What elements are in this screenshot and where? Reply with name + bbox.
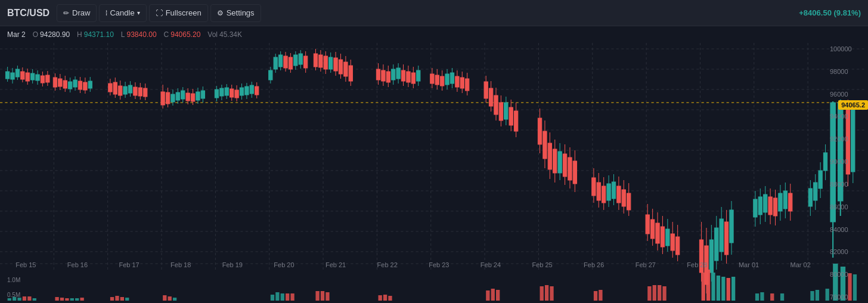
svg-rect-322 bbox=[594, 291, 597, 301]
svg-rect-137 bbox=[329, 57, 333, 69]
svg-rect-223 bbox=[622, 190, 625, 206]
svg-rect-103 bbox=[230, 89, 234, 97]
svg-rect-113 bbox=[255, 86, 259, 95]
svg-rect-306 bbox=[275, 292, 279, 301]
svg-rect-308 bbox=[286, 293, 289, 301]
svg-rect-87 bbox=[181, 91, 185, 99]
svg-rect-101 bbox=[225, 88, 228, 95]
svg-rect-318 bbox=[496, 290, 500, 301]
svg-rect-253 bbox=[730, 210, 733, 243]
svg-rect-169 bbox=[441, 76, 444, 86]
svg-rect-133 bbox=[319, 55, 323, 67]
svg-rect-153 bbox=[392, 69, 395, 80]
toolbar: BTC/USD ✏ Draw 𝄔 Candle ▾ ⛶ Fullscreen ⚙… bbox=[0, 0, 868, 26]
svg-rect-261 bbox=[768, 197, 772, 215]
svg-rect-277 bbox=[823, 153, 827, 171]
svg-rect-193 bbox=[514, 111, 517, 131]
svg-rect-225 bbox=[627, 193, 631, 210]
svg-rect-131 bbox=[314, 54, 317, 67]
x-label-feb15: Feb 15 bbox=[16, 261, 36, 268]
svg-rect-275 bbox=[819, 171, 822, 188]
svg-rect-45 bbox=[46, 75, 49, 82]
svg-rect-201 bbox=[553, 149, 557, 173]
trading-pair: BTC/USD bbox=[7, 8, 49, 18]
svg-rect-85 bbox=[176, 92, 179, 100]
svg-rect-219 bbox=[612, 182, 615, 199]
svg-rect-259 bbox=[764, 194, 767, 212]
volume-labels: 1.0M 0.5M bbox=[7, 277, 20, 298]
price-change: +8406.50 (9.81%) bbox=[799, 8, 861, 17]
svg-rect-213 bbox=[597, 183, 600, 200]
x-label-feb17: Feb 17 bbox=[119, 261, 139, 268]
x-label-feb28: Feb 28 bbox=[687, 261, 707, 268]
x-label-feb19: Feb 19 bbox=[222, 261, 243, 268]
svg-rect-79 bbox=[161, 92, 165, 105]
x-label-feb21: Feb 21 bbox=[326, 261, 346, 268]
svg-rect-301 bbox=[125, 298, 129, 301]
svg-rect-328 bbox=[702, 273, 705, 301]
svg-rect-294 bbox=[65, 298, 69, 301]
current-price-label: 94065.2 bbox=[838, 100, 868, 110]
x-label-feb24: Feb 24 bbox=[480, 261, 501, 268]
chart-area[interactable]: 100000 98000 96000 94000 92000 90000 880… bbox=[0, 43, 868, 303]
svg-rect-327 bbox=[662, 286, 666, 301]
ohlcv-volume: Vol 45.34K bbox=[207, 30, 242, 39]
svg-rect-191 bbox=[509, 107, 513, 125]
svg-rect-149 bbox=[382, 70, 385, 81]
svg-rect-207 bbox=[568, 157, 572, 180]
ohlcv-low: L 93840.00 bbox=[121, 30, 157, 39]
svg-rect-263 bbox=[773, 198, 777, 216]
x-label-feb25: Feb 25 bbox=[532, 261, 552, 268]
svg-rect-43 bbox=[41, 76, 44, 83]
svg-rect-135 bbox=[324, 56, 327, 69]
svg-rect-165 bbox=[430, 74, 434, 84]
svg-rect-310 bbox=[315, 291, 319, 301]
svg-rect-344 bbox=[848, 273, 851, 301]
fullscreen-icon: ⛶ bbox=[156, 9, 163, 17]
svg-rect-205 bbox=[563, 154, 566, 177]
svg-rect-175 bbox=[455, 76, 459, 87]
draw-button[interactable]: ✏ Draw bbox=[57, 4, 97, 22]
svg-rect-29 bbox=[5, 72, 9, 79]
svg-rect-305 bbox=[271, 295, 274, 301]
svg-rect-239 bbox=[675, 237, 679, 255]
svg-rect-189 bbox=[504, 103, 508, 119]
candle-button[interactable]: 𝄔 Candle ▾ bbox=[99, 4, 146, 22]
svg-rect-171 bbox=[445, 74, 449, 85]
pencil-icon: ✏ bbox=[63, 9, 69, 17]
svg-rect-300 bbox=[120, 297, 124, 301]
svg-rect-289 bbox=[23, 296, 26, 301]
gear-icon: ⚙ bbox=[217, 9, 224, 17]
x-axis: Feb 15 Feb 16 Feb 17 Feb 18 Feb 19 Feb 2… bbox=[0, 260, 826, 270]
svg-rect-304 bbox=[173, 298, 176, 301]
svg-rect-307 bbox=[281, 293, 284, 301]
svg-rect-313 bbox=[379, 295, 382, 301]
vol-label-1m: 1.0M bbox=[7, 277, 20, 283]
svg-rect-269 bbox=[789, 193, 792, 211]
svg-rect-321 bbox=[550, 286, 553, 301]
svg-rect-209 bbox=[573, 161, 576, 184]
svg-rect-317 bbox=[491, 289, 495, 301]
svg-rect-117 bbox=[274, 57, 277, 69]
svg-rect-119 bbox=[278, 55, 282, 67]
svg-rect-281 bbox=[838, 103, 843, 201]
settings-button[interactable]: ⚙ Settings bbox=[210, 4, 261, 22]
svg-rect-147 bbox=[376, 69, 380, 80]
svg-rect-290 bbox=[27, 296, 31, 301]
svg-rect-335 bbox=[755, 293, 759, 301]
svg-rect-37 bbox=[26, 73, 29, 81]
svg-rect-167 bbox=[435, 75, 439, 85]
svg-rect-334 bbox=[731, 277, 735, 301]
ohlcv-date: Mar 2 bbox=[7, 30, 26, 39]
svg-rect-340 bbox=[816, 290, 819, 301]
svg-rect-265 bbox=[779, 193, 782, 211]
svg-rect-247 bbox=[715, 228, 718, 261]
svg-rect-237 bbox=[671, 234, 674, 251]
candle-icon: 𝄔 bbox=[106, 9, 107, 17]
svg-rect-345 bbox=[853, 274, 857, 301]
svg-rect-298 bbox=[110, 297, 114, 301]
svg-rect-211 bbox=[592, 178, 596, 196]
fullscreen-button[interactable]: ⛶ Fullscreen bbox=[149, 4, 208, 22]
svg-rect-67 bbox=[119, 86, 122, 95]
svg-rect-215 bbox=[602, 186, 606, 203]
